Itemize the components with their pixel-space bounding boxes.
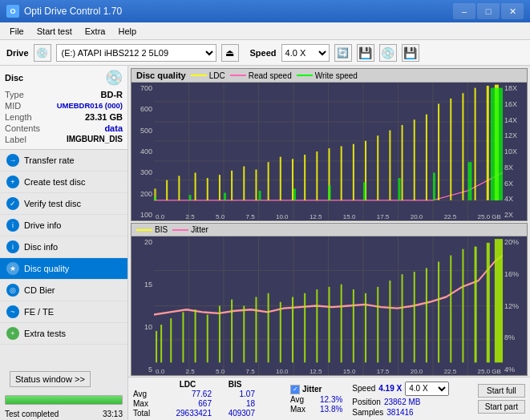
cd-button[interactable]: 💿 <box>379 44 397 62</box>
svg-rect-19 <box>166 180 168 200</box>
minimize-button[interactable]: – <box>453 3 475 19</box>
total-bis: 409307 <box>215 409 255 418</box>
svg-rect-25 <box>243 167 245 200</box>
bis-legend-label: BIS <box>155 225 168 234</box>
bis-col-header: BIS <box>215 380 255 389</box>
save-button[interactable]: 💾 <box>402 44 419 62</box>
avg-bis: 1.07 <box>215 390 255 398</box>
avg-label2: Avg <box>290 395 318 404</box>
chart1-plot: 0.0 2.5 5.0 7.5 10.0 12.5 15.0 17.5 20.0… <box>154 83 503 220</box>
length-value: 23.31 GB <box>85 112 123 122</box>
extra-tests-icon: + <box>6 327 19 340</box>
read-speed-legend-color <box>230 75 246 76</box>
right-panel: Disc quality LDC Read speed Write speed … <box>128 66 530 420</box>
speed-select2[interactable]: 4.0 X 2.0 X 8.0 X <box>405 382 449 396</box>
nav-disc-quality[interactable]: ★ Disc quality <box>0 258 127 280</box>
svg-rect-24 <box>231 171 233 200</box>
start-full-button[interactable]: Start full <box>478 384 525 398</box>
eject-button[interactable]: ⏏ <box>221 44 239 62</box>
ldc-legend-label: LDC <box>209 71 225 80</box>
total-ldc: 29633421 <box>164 409 212 418</box>
svg-rect-95 <box>438 261 439 362</box>
svg-rect-73 <box>170 318 172 362</box>
drive-select[interactable]: (E:) ATAPI iHBS212 2 5L09 <box>56 44 216 62</box>
y-axis-right-2: 20% 16% 12% 8% 4% <box>503 236 527 375</box>
maximize-button[interactable]: □ <box>477 3 500 19</box>
nav-extra-tests-label: Extra tests <box>24 329 66 338</box>
svg-rect-75 <box>195 309 196 362</box>
progress-area <box>0 392 127 408</box>
svg-rect-80 <box>255 297 257 362</box>
chart1-header: Disc quality LDC Read speed Write speed <box>131 69 527 83</box>
svg-rect-41 <box>438 103 439 200</box>
app-title: Opti Drive Control 1.70 <box>24 6 122 17</box>
nav-create-test-disc[interactable]: + Create test disc <box>0 172 127 193</box>
disc-panel-title: Disc <box>5 73 23 83</box>
svg-rect-42 <box>450 99 451 200</box>
nav-disc-info[interactable]: i Disc info <box>0 236 127 258</box>
menu-file[interactable]: File <box>3 25 30 38</box>
progress-bar <box>5 395 123 405</box>
samples-value: 381416 <box>386 408 413 417</box>
nav-drive-info[interactable]: i Drive info <box>0 215 127 236</box>
drive-label: Drive <box>6 48 29 58</box>
bottom-stats: LDC BIS Avg 77.62 1.07 Max 667 18 Total … <box>128 377 530 420</box>
svg-rect-54 <box>399 178 401 200</box>
svg-rect-57 <box>491 88 503 200</box>
svg-rect-26 <box>255 169 257 200</box>
status-time: 33:13 <box>103 410 123 418</box>
svg-rect-37 <box>389 131 390 200</box>
status-window-button[interactable]: Status window >> <box>10 371 91 387</box>
nav-drive-info-label: Drive info <box>24 220 61 230</box>
svg-rect-21 <box>195 172 196 200</box>
create-test-disc-icon: + <box>6 176 19 188</box>
nav-disc-quality-label: Disc quality <box>24 264 69 273</box>
svg-rect-88 <box>353 289 354 362</box>
disc-label-value: IMGBURN_DIS <box>67 135 123 144</box>
nav-cd-bier-label: CD Bier <box>24 285 55 295</box>
avg-ldc: 77.62 <box>164 390 212 398</box>
svg-rect-74 <box>182 312 184 362</box>
svg-rect-49 <box>224 193 226 200</box>
nav-transfer-rate[interactable]: → Transfer rate <box>0 150 127 172</box>
write-speed-legend-label: Write speed <box>315 71 358 80</box>
bis-legend-color <box>136 229 152 231</box>
svg-rect-53 <box>363 182 366 200</box>
ldc-col-header: LDC <box>164 380 212 389</box>
close-button[interactable]: ✕ <box>501 3 524 19</box>
length-label: Length <box>5 112 32 122</box>
menu-help[interactable]: Help <box>111 25 143 38</box>
nav-fe-te[interactable]: ~ FE / TE <box>0 301 127 323</box>
svg-rect-29 <box>292 159 293 200</box>
nav-cd-bier[interactable]: ◎ CD Bier <box>0 280 127 301</box>
menu-extra[interactable]: Extra <box>79 25 112 38</box>
svg-rect-34 <box>353 144 354 200</box>
start-buttons: Start full Start part <box>478 384 525 414</box>
max-jitter: 13.8% <box>320 405 342 414</box>
svg-rect-56 <box>468 162 472 200</box>
jitter-legend-color <box>172 229 188 231</box>
jitter-checkbox[interactable]: ✓ <box>290 385 300 394</box>
svg-rect-92 <box>402 274 403 362</box>
nav-verify-test-disc[interactable]: ✓ Verify test disc <box>0 193 127 215</box>
start-part-button[interactable]: Start part <box>478 400 525 414</box>
svg-rect-22 <box>207 178 208 200</box>
nav-extra-tests[interactable]: + Extra tests <box>0 323 127 345</box>
bis-jitter-chart: BIS Jitter 20 15 10 5 <box>131 223 528 376</box>
svg-rect-79 <box>243 306 245 363</box>
menu-start-test[interactable]: Start test <box>30 25 79 38</box>
main-layout: Disc 💿 Type BD-R MID UMEBDR016 (000) Len… <box>0 66 530 420</box>
write-speed-legend-color <box>297 75 313 76</box>
disc-quality-chart: Disc quality LDC Read speed Write speed … <box>131 68 528 221</box>
drive-icon: 💿 <box>34 44 51 62</box>
svg-rect-94 <box>426 268 427 362</box>
svg-rect-83 <box>292 297 293 362</box>
refresh-button[interactable]: 🔄 <box>334 44 352 62</box>
verify-test-disc-icon: ✓ <box>6 197 19 210</box>
speed-select[interactable]: 4.0 X 1.0 X 2.0 X 8.0 X <box>281 44 330 62</box>
burn-button[interactable]: 💾 <box>357 44 374 62</box>
avg-label: Avg <box>133 390 160 398</box>
drive-bar: Drive 💿 (E:) ATAPI iHBS212 2 5L09 ⏏ Spee… <box>0 40 530 66</box>
nav-disc-info-label: Disc info <box>24 242 58 252</box>
svg-rect-77 <box>219 306 220 363</box>
